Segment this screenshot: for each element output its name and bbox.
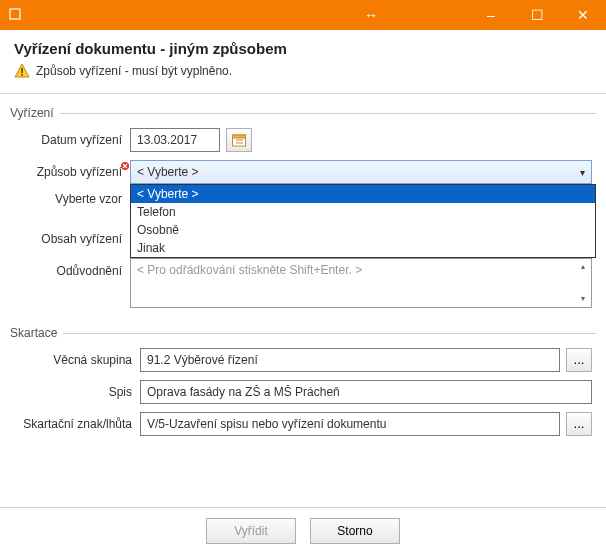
chevron-down-icon: ▾ [580, 167, 585, 178]
warning-text: Způsob vyřízení - musí být vyplněno. [36, 64, 232, 78]
datum-vyrizeni-input[interactable] [130, 128, 220, 152]
group-skartace-header: Skartace [10, 326, 596, 340]
label-vecna-skupina: Věcná skupina [10, 353, 140, 367]
dialog-footer: Vyřídit Storno [0, 507, 606, 558]
resize-horizontal-icon: ↔ [364, 7, 378, 23]
svg-rect-3 [21, 74, 23, 76]
label-vyberte-vzor: Vyberte vzor [10, 192, 130, 206]
skartacni-znak-input[interactable] [140, 412, 560, 436]
minimize-button[interactable]: – [468, 0, 514, 30]
svg-rect-5 [233, 135, 246, 138]
oduvodneni-textarea[interactable]: < Pro odřádkování stiskněte Shift+Enter.… [130, 258, 592, 308]
label-spis: Spis [10, 385, 140, 399]
calendar-button[interactable] [226, 128, 252, 152]
vecna-skupina-browse-button[interactable]: ... [566, 348, 592, 372]
required-icon [120, 161, 130, 171]
close-button[interactable]: ✕ [560, 0, 606, 30]
label-skartacni-znak: Skartační znak/lhůta [10, 417, 140, 431]
dialog-header: Vyřízení dokumentu - jiným způsobem Způs… [0, 30, 606, 94]
maximize-button[interactable]: ☐ [514, 0, 560, 30]
svg-rect-0 [10, 9, 20, 19]
dialog-title: Vyřízení dokumentu - jiným způsobem [14, 40, 592, 57]
warning-icon [14, 63, 30, 79]
cancel-button[interactable]: Storno [310, 518, 400, 544]
zpusob-option-osobne[interactable]: Osobně [131, 221, 595, 239]
label-datum-vyrizeni: Datum vyřízení [10, 133, 130, 147]
spis-input[interactable] [140, 380, 592, 404]
zpusob-dropdown[interactable]: < Vyberte > Telefon Osobně Jinak [130, 184, 596, 258]
zpusob-option-jinak[interactable]: Jinak [131, 239, 595, 257]
zpusob-option-placeholder[interactable]: < Vyberte > [131, 185, 595, 203]
group-vyrizeni-header: Vyřízení [10, 106, 596, 120]
group-skartace-title: Skartace [10, 326, 57, 340]
title-bar: ↔ – ☐ ✕ [0, 0, 606, 30]
label-obsah-vyrizeni: Obsah vyřízení [10, 232, 130, 246]
scroll-icon[interactable]: ▴▾ [581, 263, 585, 303]
oduvodneni-placeholder: < Pro odřádkování stiskněte Shift+Enter.… [137, 263, 362, 303]
system-menu-icon[interactable] [0, 8, 30, 23]
label-zpusob-vyrizeni: Způsob vyřízení [10, 165, 130, 179]
submit-button: Vyřídit [206, 518, 296, 544]
zpusob-selected-text: < Vyberte > [137, 165, 199, 179]
zpusob-option-telefon[interactable]: Telefon [131, 203, 595, 221]
skartacni-znak-browse-button[interactable]: ... [566, 412, 592, 436]
label-oduvodneni: Odůvodnění [10, 258, 130, 278]
calendar-icon [231, 132, 247, 148]
group-vyrizeni-title: Vyřízení [10, 106, 54, 120]
svg-rect-2 [21, 68, 23, 73]
zpusob-vyrizeni-combobox[interactable]: < Vyberte > ▾ [130, 160, 592, 184]
vecna-skupina-input [140, 348, 560, 372]
